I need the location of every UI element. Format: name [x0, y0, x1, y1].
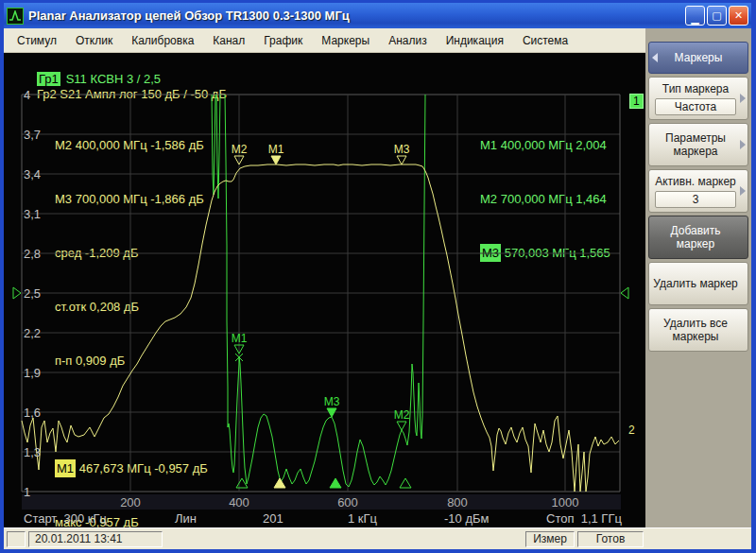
- minimize-icon: ▁: [691, 12, 698, 24]
- delete-all-markers-button[interactable]: Удалить все маркеры: [648, 308, 748, 352]
- menu-item-калибровка[interactable]: Калибровка: [122, 31, 203, 50]
- y-axis-tick-label: 3,7: [24, 128, 41, 142]
- x-axis-tick-label: 800: [438, 495, 476, 510]
- close-icon: ✕: [734, 9, 743, 21]
- menu-item-график[interactable]: График: [254, 31, 312, 50]
- menu-item-индикация[interactable]: Индикация: [437, 31, 513, 50]
- ref-level-arrow-left[interactable]: [13, 287, 21, 299]
- status-ready: Готов: [577, 531, 644, 547]
- status-measure: Измер: [525, 531, 575, 547]
- ref-level-arrow-right[interactable]: [621, 287, 628, 299]
- title-bar[interactable]: Planar Анализатор цепей Обзор TR1300 0.3…: [4, 3, 751, 28]
- trace1-polyline: [212, 95, 215, 195]
- sweep-type: Лин: [175, 511, 197, 526]
- marker-triangle-М2[interactable]: [397, 422, 406, 430]
- x-axis-tick-label: 1000: [546, 495, 584, 510]
- y-axis-tick-label: 1: [24, 485, 30, 499]
- menu-item-анализ[interactable]: Анализ: [379, 31, 437, 50]
- maximize-button[interactable]: ▢: [707, 6, 727, 26]
- x-axis-tick-label: 200: [112, 495, 149, 510]
- stimulus-info-bar: Старт 300 кГц Лин 201 1 кГц -10 дБм Стоп…: [22, 511, 621, 527]
- marker-label: М3: [324, 395, 340, 408]
- trace1-polyline: [216, 95, 220, 199]
- submenu-chevron-icon: [740, 94, 746, 103]
- trace1-indicator: 1: [629, 94, 644, 109]
- markers-menu-header[interactable]: Маркеры: [648, 42, 748, 74]
- menu-item-система[interactable]: Система: [513, 31, 577, 50]
- marker-label: М3: [394, 143, 410, 156]
- stimulus-marker-triangle[interactable]: [330, 478, 341, 488]
- marker-label: М1: [232, 332, 248, 345]
- menu-bar: СтимулОткликКалибровкаКаналГрафикМаркеры…: [4, 28, 645, 53]
- add-marker-button[interactable]: Добавить маркер: [648, 216, 748, 259]
- y-axis-tick-label: 1,3: [24, 445, 41, 459]
- stimulus-marker-triangle[interactable]: [274, 478, 285, 488]
- stimulus-marker-triangle[interactable]: [400, 478, 411, 488]
- marker-label: М2: [394, 408, 410, 422]
- markers-menu-title: Маркеры: [675, 51, 723, 64]
- marker-triangle-М3[interactable]: [397, 156, 406, 164]
- y-axis-tick-label: 3,4: [24, 167, 41, 181]
- active-marker-button[interactable]: Активн. маркер 3: [648, 169, 748, 213]
- app-icon: [7, 8, 24, 25]
- y-axis-tick-label: 1,6: [24, 406, 41, 420]
- x-axis-tick-label: 400: [220, 495, 258, 510]
- submenu-chevron-icon: [740, 186, 746, 196]
- back-chevron-icon: [652, 53, 658, 62]
- trace2-indicator: 2: [628, 423, 635, 437]
- output-power: -10 дБм: [444, 511, 489, 526]
- if-bandwidth: 1 кГц: [348, 511, 377, 526]
- y-axis-tick-label: 2,8: [24, 247, 41, 261]
- status-bar: 20.01.2011 13:41 Измер Готов: [4, 527, 751, 549]
- active-marker-value: 3: [655, 191, 736, 208]
- stop-frequency: Стоп 1,1 ГГц: [546, 511, 622, 526]
- frequency-axis-strip: 2004006008001000: [22, 494, 621, 510]
- y-axis-tick-label: 1,9: [24, 366, 41, 380]
- app-window: Planar Анализатор цепей Обзор TR1300 0.3…: [0, 0, 756, 553]
- plot-canvas[interactable]: М2М1М3М1М3М2: [22, 95, 620, 492]
- close-button[interactable]: ✕: [729, 6, 748, 26]
- delete-marker-button[interactable]: Удалить маркер: [648, 262, 748, 305]
- y-axis-tick-label: 2,5: [24, 286, 41, 301]
- menu-item-отклик[interactable]: Отклик: [66, 31, 122, 50]
- start-frequency: Старт 300 кГц: [24, 511, 107, 526]
- status-empty-box: [7, 531, 26, 547]
- submenu-chevron-icon: [740, 140, 746, 149]
- marker-triangle-М1[interactable]: [271, 156, 281, 164]
- maximize-icon: ▢: [712, 9, 721, 21]
- marker-type-button[interactable]: Тип маркера Частота: [648, 77, 748, 120]
- plot-region: Гр1S11 КСВН 3 / 2,5 Гр2 S21 Ампл лог 150…: [4, 53, 645, 527]
- menu-item-стимул[interactable]: Стимул: [8, 31, 66, 50]
- x-axis-tick-label: 600: [329, 495, 367, 510]
- softkey-sidebar: Маркеры Тип маркера Частота Параметры ма…: [645, 28, 751, 527]
- marker-label: М1: [268, 143, 284, 156]
- window-title: Planar Анализатор цепей Обзор TR1300 0.3…: [28, 9, 685, 23]
- marker-type-value: Частота: [655, 98, 736, 115]
- marker-label: М2: [232, 143, 248, 156]
- sweep-points: 201: [263, 511, 284, 526]
- y-axis-tick-label: 4: [24, 88, 30, 102]
- minimize-button[interactable]: ▁: [685, 6, 705, 26]
- y-axis-tick-label: 3,1: [24, 207, 41, 221]
- status-datetime: 20.01.2011 13:41: [28, 531, 163, 547]
- marker-params-button[interactable]: Параметры маркера: [648, 123, 748, 166]
- y-axis-tick-label: 2,2: [24, 326, 41, 340]
- menu-item-канал[interactable]: Канал: [203, 31, 254, 50]
- menu-item-маркеры[interactable]: Маркеры: [312, 31, 379, 50]
